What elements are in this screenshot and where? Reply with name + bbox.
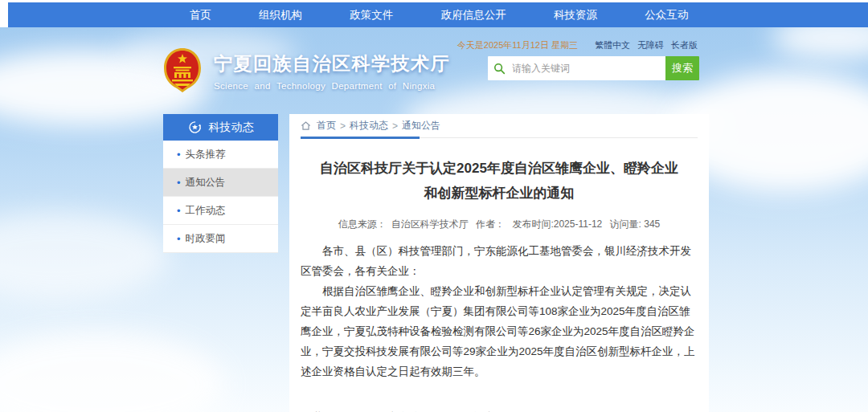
nav-item-home[interactable]: 首页 <box>190 8 211 22</box>
nav-item-policy-documents[interactable]: 政策文件 <box>350 8 393 22</box>
current-date-text: 今天是2025年11月12日 星期三 <box>457 39 578 51</box>
site-header: 宁夏回族自治区科学技术厅 Science and Technology Depa… <box>163 44 450 108</box>
breadcrumb: 首页 > 科技动态 > 通知公告 <box>301 114 698 138</box>
nav-item-organization[interactable]: 组织机构 <box>259 8 302 22</box>
breadcrumb-separator: > <box>392 120 398 132</box>
breadcrumb-category[interactable]: 科技动态 <box>350 119 388 133</box>
article-body: 各市、县（区）科技管理部门，宁东能源化工基地管委会，银川经济技术开发区管委会，各… <box>301 242 698 382</box>
national-emblem-logo <box>163 47 202 93</box>
cloud-decoration <box>0 332 225 412</box>
sidebar-item-headline-recommend[interactable]: • 头条推荐 <box>163 141 278 169</box>
sidebar-item-label: 通知公告 <box>186 176 226 190</box>
sidebar-item-work-dynamics[interactable]: • 工作动态 <box>163 197 278 225</box>
cloud-decoration <box>0 212 169 300</box>
attachments-section: 附件： 1.2025年度自治区雏鹰企业认定名单 2.2025年度自治区瞪羚企业认… <box>310 407 698 412</box>
cloud-decoration <box>772 27 868 59</box>
top-navigation-bar: 首页 组织机构 政策文件 政府信息公开 科技资源 公众互动 <box>8 2 868 27</box>
site-title: 宁夏回族自治区科学技术厅 <box>214 51 450 76</box>
search-bar: 搜索 <box>488 56 699 80</box>
meta-publish-date: 发布时间:2025-11-12 <box>512 218 602 230</box>
bullet-dot-icon: • <box>177 234 181 244</box>
top-utility-links: 今天是2025年11月12日 星期三 繁體中文 无障碍 长者版 <box>457 39 698 51</box>
site-subtitle-english: Science and Technology Department of Nin… <box>214 81 450 91</box>
home-icon <box>301 120 311 131</box>
search-button[interactable]: 搜索 <box>665 56 699 80</box>
quick-link-elder-version[interactable]: 长者版 <box>671 39 698 51</box>
sidebar-header: 科技动态 <box>163 114 278 141</box>
sidebar-title: 科技动态 <box>209 120 254 135</box>
sidebar-item-label: 时政要闻 <box>186 232 226 246</box>
circled-star-icon <box>188 120 202 134</box>
breadcrumb-separator: > <box>340 120 346 132</box>
meta-source-label: 信息来源： <box>338 218 387 230</box>
nav-item-sci-tech-resources[interactable]: 科技资源 <box>554 8 597 22</box>
brand-text: 宁夏回族自治区科学技术厅 Science and Technology Depa… <box>214 44 450 108</box>
bullet-dot-icon: • <box>177 149 181 160</box>
sidebar-item-notices[interactable]: • 通知公告 <box>163 169 278 197</box>
breadcrumb-current[interactable]: 通知公告 <box>402 119 440 133</box>
quick-link-traditional-chinese[interactable]: 繁體中文 <box>595 39 630 51</box>
search-input-wrap <box>488 56 665 80</box>
article-title-line2: 和创新型标杆企业的通知 <box>424 186 575 201</box>
article-meta: 信息来源：自治区科学技术厅 作者： 发布时间:2025-11-12 访问量: 3… <box>301 218 698 231</box>
search-icon <box>493 63 506 75</box>
top-navigation-items: 首页 组织机构 政策文件 政府信息公开 科技资源 公众互动 <box>166 2 712 27</box>
bullet-dot-icon: • <box>177 177 181 188</box>
main-content-panel: 首页 > 科技动态 > 通知公告 自治区科技厅关于认定2025年度自治区雏鹰企业… <box>289 114 709 412</box>
sidebar-sci-tech-news: 科技动态 • 头条推荐 • 通知公告 • 工作动态 • 时政要闻 <box>163 114 278 253</box>
sidebar-item-political-news[interactable]: • 时政要闻 <box>163 225 278 253</box>
header-right-tools: 今天是2025年11月12日 星期三 繁體中文 无障碍 长者版 搜索 <box>488 39 699 84</box>
attachments-label: 附件： <box>310 407 343 412</box>
meta-source-value: 自治区科学技术厅 <box>391 218 469 230</box>
breadcrumb-home[interactable]: 首页 <box>317 119 336 133</box>
article-title: 自治区科技厅关于认定2025年度自治区雏鹰企业、瞪羚企业 和创新型标杆企业的通知 <box>301 157 698 206</box>
sidebar-menu: • 头条推荐 • 通知公告 • 工作动态 • 时政要闻 <box>163 141 278 253</box>
sidebar-item-label: 工作动态 <box>186 204 226 218</box>
search-input[interactable] <box>510 62 660 75</box>
nav-item-gov-info-disclosure[interactable]: 政府信息公开 <box>441 8 506 22</box>
attachment-link-eagle-list[interactable]: 1.2025年度自治区雏鹰企业认定名单 <box>343 407 550 412</box>
meta-author-label: 作者： <box>476 218 505 230</box>
article-paragraph: 各市、县（区）科技管理部门，宁东能源化工基地管委会，银川经济技术开发区管委会，各… <box>301 242 698 282</box>
quick-link-accessibility[interactable]: 无障碍 <box>637 39 664 51</box>
attachments-list: 1.2025年度自治区雏鹰企业认定名单 2.2025年度自治区瞪羚企业认定名单 … <box>343 407 550 412</box>
sidebar-item-label: 头条推荐 <box>186 148 226 161</box>
article-paragraph: 根据自治区雏鹰企业、瞪羚企业和创新型标杆企业认定管理有关规定，决定认定半亩良人农… <box>301 282 698 382</box>
nav-item-public-interaction[interactable]: 公众互动 <box>645 8 688 22</box>
meta-visit-count: 访问量: 345 <box>610 218 661 230</box>
article-title-line1: 自治区科技厅关于认定2025年度自治区雏鹰企业、瞪羚企业 <box>320 161 678 176</box>
bullet-dot-icon: • <box>177 206 181 216</box>
